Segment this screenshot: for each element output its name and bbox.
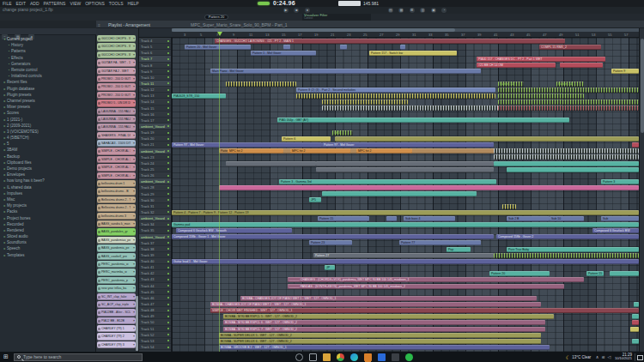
playlist-titlebar[interactable]: ≡ Playlist - Arrangement MPC_Super_Mario… (96, 21, 644, 28)
track-header[interactable]: Track 13 (139, 93, 171, 99)
spotify-icon[interactable] (405, 353, 413, 361)
picker-item[interactable]: CHARLEY (79) 3▾ (97, 341, 136, 348)
browser-item-plugin-presets[interactable]: ▸Plugin presets (0, 92, 96, 98)
weather-text[interactable]: 13°C Clear (572, 355, 591, 359)
playlist-clip[interactable]: Pattern 14 (556, 81, 584, 87)
picker-item[interactable]: Bellissima drums 2 - Tu 2▾ (97, 204, 136, 211)
playlist-clip[interactable]: Pattern 27 (313, 253, 494, 258)
chevron-down-icon[interactable]: ▾ (133, 196, 135, 203)
playlist-clip-fragment[interactable] (400, 45, 405, 50)
browser-item-impulses[interactable]: ▸Impulses (0, 190, 96, 196)
playlist-clip[interactable]: Pattern 3 (601, 179, 639, 184)
playlist-clip[interactable]: ______ CHANGES - (CHORDS+VOX)_pandemia_W… (288, 277, 584, 282)
picker-item[interactable]: SIMPLE - CHOIR AL 3▾ (97, 164, 136, 171)
track-header[interactable]: Track 43 (139, 276, 171, 282)
playlist-clip[interactable]: Sub bass 4 (404, 216, 455, 221)
playlist-clip-fragment[interactable] (610, 271, 639, 276)
track-mute-led[interactable] (167, 144, 169, 146)
track-mute-led[interactable] (167, 291, 169, 293)
playlist-clip[interactable]: Pattern 3 - Gamma 3rd (279, 179, 496, 184)
browser-item-templates[interactable]: ▸Templates (0, 252, 96, 258)
track-header[interactable]: Track 31 (139, 203, 171, 209)
browser-item-project-bones[interactable]: ▸Project bones (0, 214, 96, 220)
browser-item-how-long-has-it-been-[interactable]: ▸how long has it been? (0, 178, 96, 184)
playlist-clip[interactable]: Composed 6 Gearlock BW - Smooth (176, 228, 292, 233)
playlist-clip[interactable]: Composed 158b - Gover 1 - Mel Gover (172, 234, 494, 239)
playlist-clip[interactable]: PIA5 164p - GB7 (AY) (277, 118, 569, 123)
chevron-down-icon[interactable]: ▾ (133, 325, 135, 332)
track-header[interactable]: Track 23 (139, 154, 171, 160)
track-mute-led[interactable] (167, 125, 169, 127)
chevron-down-icon[interactable]: ▾ (133, 293, 135, 300)
playlist-clip[interactable]: BOSBA - M 90 BB RSPCL 6 - WET - 127 - OM… (223, 320, 545, 325)
picker-item[interactable]: PIA12 BB - B12B▾ (97, 317, 136, 324)
track-mute-led[interactable] (167, 242, 169, 244)
chevron-down-icon[interactable]: ▾ (133, 172, 135, 179)
browser-item-envelopes[interactable]: ▸Envelopes (0, 172, 96, 178)
volume-mixer-icon[interactable] (392, 353, 399, 361)
picker-item[interactable]: PROMO - 200 D GUT AL 2▾ (97, 83, 136, 90)
track-header[interactable]: Track 41 (139, 264, 171, 270)
browser-item-2-2009-2021-[interactable]: ▸2 (2009-2021) (0, 123, 96, 129)
track-header[interactable]: Track 7 (139, 56, 171, 62)
playlist-clip[interactable]: PIA40 157 - CHANGES DC - PT 2 - Part 1 W… (477, 57, 605, 62)
track-header[interactable]: Track 8 (139, 63, 171, 69)
chevron-down-icon[interactable]: ▾ (133, 108, 135, 115)
track-mute-led[interactable] (167, 119, 169, 121)
track-header[interactable]: ambient_Vward 10 (139, 215, 171, 221)
playlist-clip-fragment[interactable] (316, 161, 494, 166)
cortana-icon[interactable] (295, 353, 303, 361)
browser-item-il-shared-data[interactable]: ▸IL shared data (0, 184, 96, 190)
track-header[interactable]: Track 28 (139, 184, 171, 190)
browser-item-my-projects[interactable]: ▸My projects (0, 202, 96, 208)
track-mute-led[interactable] (167, 304, 169, 305)
track-header[interactable]: Track 5 (139, 44, 171, 50)
chevron-down-icon[interactable]: ▾ (133, 148, 135, 154)
picker-item[interactable]: BASS_pandales_gr▾ (97, 228, 136, 235)
track-header[interactable]: Track 46 (139, 295, 171, 301)
track-header[interactable]: Track 11 (139, 81, 171, 87)
track-mute-led[interactable] (167, 261, 169, 262)
track-header[interactable]: Track 16 (139, 112, 171, 118)
track-mute-led[interactable] (167, 101, 169, 103)
playlist-clip-fragment[interactable] (335, 136, 639, 142)
track-mute-led[interactable] (167, 40, 169, 42)
chevron-down-icon[interactable]: ▾ (133, 100, 135, 106)
chevron-down-icon[interactable]: ▾ (133, 83, 135, 90)
playlist-clip[interactable]: BOSBA - M 90 BB RSPCL 7 - WET - 127 - OM… (223, 327, 545, 332)
track-mute-led[interactable] (167, 193, 169, 195)
track-mute-led[interactable] (167, 95, 169, 97)
playlist-clip-fragment[interactable] (322, 191, 477, 196)
track-mute-led[interactable] (167, 279, 169, 281)
browser-item-soundfonts[interactable]: ▸Soundfonts (0, 239, 96, 245)
picker-item[interactable]: GUCCHO CHOPS - WET 3▾ (97, 51, 136, 58)
track-header[interactable]: Track 26 (139, 172, 171, 178)
picker-item[interactable]: PERC_marimba_w▾ (97, 268, 136, 275)
photos-icon[interactable] (378, 353, 386, 361)
track-header[interactable]: ambient_Vward 07 (139, 124, 171, 130)
menu-options[interactable]: OPTIONS (85, 0, 105, 7)
picker-item[interactable]: PROMO 5 - UN DR DUFF▾ (97, 100, 136, 106)
browser-item-plugin-database[interactable]: ▸Plugin database (0, 86, 96, 92)
playlist-clip[interactable]: Pattern 6 (282, 136, 331, 142)
notification-center-icon[interactable] (635, 353, 642, 361)
picker-item[interactable]: BASS_sandra k_man▾ (97, 220, 136, 227)
playlist-clip[interactable]: SIMPLE - CHOIR WET FINISHED - WET - 127 … (210, 308, 639, 313)
track-mute-led[interactable] (167, 181, 169, 183)
playlist-zoom-scrollbar[interactable] (172, 28, 639, 32)
track-mute-led[interactable] (167, 89, 169, 91)
playlist-clip-fragment[interactable] (283, 45, 290, 50)
picker-item[interactable]: GUITAR FA 2 - WET▾ (97, 68, 136, 75)
tempo-panel[interactable] (338, 1, 361, 6)
playlist-clip[interactable]: Pattern 4 - Pattern 7 - Pattern 9 - Patt… (172, 210, 639, 215)
track-header[interactable]: Track 35 (139, 227, 171, 233)
playlist-clip[interactable]: Pattern 20 - Mel Gover (185, 45, 251, 50)
playlist-clip-fragment[interactable] (507, 167, 639, 172)
track-mute-led[interactable] (167, 254, 169, 256)
track-mute-led[interactable] (167, 187, 169, 189)
piano-roll-window-icon[interactable]: ▦ (398, 8, 404, 13)
playlist-clip-fragment[interactable] (494, 161, 639, 166)
track-mute-led[interactable] (167, 328, 169, 329)
taskbar-clock[interactable]: 21:29 10/10/2021 (615, 353, 632, 361)
chevron-down-icon[interactable]: ▾ (133, 285, 135, 292)
